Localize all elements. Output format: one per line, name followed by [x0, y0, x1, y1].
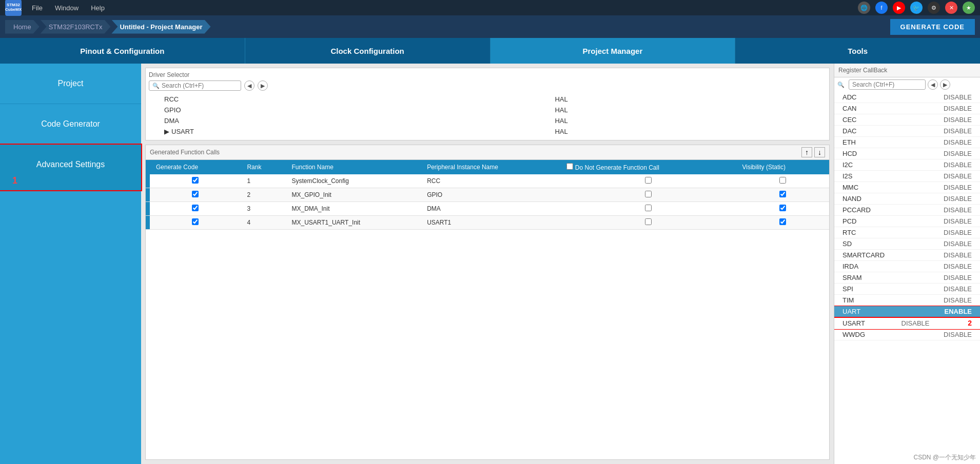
tab-pinout[interactable]: Pinout & Configuration	[0, 38, 245, 64]
rc-row[interactable]: UART ENABLE	[834, 306, 980, 317]
rc-row[interactable]: USART DISABLE2	[834, 317, 980, 329]
driver-nav-next[interactable]: ▶	[258, 80, 268, 91]
col-no-generate-checkbox[interactable]	[566, 163, 573, 170]
rc-row[interactable]: DAC DISABLE	[834, 126, 980, 137]
extra-icon[interactable]: ★	[963, 2, 975, 14]
rc-row[interactable]: WWDG DISABLE	[834, 329, 980, 340]
col-rank: Rank	[241, 160, 285, 174]
driver-search-input-wrap[interactable]: 🔍	[149, 80, 241, 91]
no-generate-cell[interactable]	[560, 216, 736, 230]
rc-row[interactable]: TIM DISABLE	[834, 295, 980, 306]
generate-checkbox[interactable]	[192, 205, 199, 211]
generate-code-cell[interactable]	[150, 174, 241, 188]
visibility-checkbox[interactable]	[779, 177, 786, 184]
rc-row[interactable]: MMC DISABLE	[834, 182, 980, 193]
generate-code-cell[interactable]	[150, 202, 241, 216]
col-function-name: Function Name	[285, 160, 421, 174]
breadcrumb-project[interactable]: Untitled - Project Manager	[111, 20, 210, 34]
rc-item-name: CEC	[842, 116, 856, 124]
generated-function-calls: Generated Function Calls ↑ ↓ Generate Co…	[145, 145, 830, 460]
menu-file[interactable]: File	[32, 4, 43, 12]
rc-row[interactable]: IRDA DISABLE	[834, 261, 980, 272]
twitter-icon[interactable]: 🐦	[910, 2, 923, 14]
rc-item-name: HCD	[842, 150, 857, 157]
generate-code-cell[interactable]	[150, 216, 241, 230]
func-row: 3 MX_DMA_Init DMA	[146, 202, 829, 216]
rc-row[interactable]: PCCARD DISABLE	[834, 205, 980, 216]
rc-item-name: TIM	[842, 296, 854, 304]
menu-window[interactable]: Window	[55, 4, 79, 12]
menu-help[interactable]: Help	[91, 4, 105, 12]
rc-item-name: MMC	[842, 184, 858, 191]
rc-row[interactable]: RTC DISABLE	[834, 227, 980, 238]
rc-row[interactable]: ETH DISABLE	[834, 137, 980, 148]
generate-checkbox[interactable]	[192, 177, 199, 184]
driver-selector: Driver Selector 🔍 ◀ ▶ RCC HAL GPIO HAL	[145, 68, 830, 140]
visibility-cell[interactable]	[736, 188, 829, 202]
rc-row[interactable]: I2C DISABLE	[834, 159, 980, 171]
rc-row[interactable]: SRAM DISABLE	[834, 272, 980, 284]
rc-row[interactable]: SPI DISABLE	[834, 284, 980, 295]
driver-row: GPIO HAL	[149, 105, 826, 115]
col-accent	[146, 160, 150, 174]
rc-row[interactable]: SD DISABLE	[834, 238, 980, 250]
no-generate-checkbox[interactable]	[645, 177, 652, 184]
rc-row[interactable]: NAND DISABLE	[834, 193, 980, 205]
sidebar-item-project[interactable]: Project	[0, 64, 141, 104]
rc-row[interactable]: I2S DISABLE	[834, 171, 980, 182]
no-generate-checkbox[interactable]	[645, 205, 652, 211]
youtube-icon[interactable]: ▶	[893, 2, 905, 14]
rc-search-input[interactable]	[849, 79, 926, 90]
peripheral-cell: RCC	[421, 174, 560, 188]
visibility-checkbox[interactable]	[779, 205, 786, 211]
rc-row[interactable]: CAN DISABLE	[834, 103, 980, 114]
driver-nav-prev[interactable]: ◀	[244, 80, 254, 91]
driver-name: GPIO	[149, 105, 544, 115]
rc-row[interactable]: CEC DISABLE	[834, 114, 980, 126]
generate-code-button[interactable]: GENERATE CODE	[890, 19, 975, 35]
no-generate-cell[interactable]	[560, 188, 736, 202]
rc-item-name: USART	[842, 319, 865, 327]
rc-table: ADC DISABLE CAN DISABLE CEC DISABLE DAC …	[834, 92, 980, 451]
sidebar-item-code-generator[interactable]: Code Generator	[0, 104, 141, 145]
no-generate-cell[interactable]	[560, 174, 736, 188]
rc-row[interactable]: ADC DISABLE	[834, 92, 980, 103]
rc-nav-prev[interactable]: ◀	[928, 79, 938, 90]
rc-item-status: DISABLE	[944, 331, 972, 338]
generate-checkbox[interactable]	[192, 191, 199, 197]
expand-icon[interactable]: ▶	[164, 128, 169, 135]
visibility-cell[interactable]	[736, 202, 829, 216]
sidebar-item-advanced-settings[interactable]: Advanced Settings	[0, 145, 141, 190]
row-accent	[146, 174, 150, 188]
rc-nav-next[interactable]: ▶	[940, 79, 950, 90]
visibility-checkbox[interactable]	[779, 218, 786, 225]
rc-row[interactable]: PCD DISABLE	[834, 216, 980, 227]
github-icon[interactable]: ⚙	[928, 2, 940, 14]
driver-type: HAL	[544, 115, 826, 126]
visibility-cell[interactable]	[736, 174, 829, 188]
generate-code-cell[interactable]	[150, 188, 241, 202]
move-up-button[interactable]: ↑	[801, 147, 812, 157]
menu-items: File Window Help	[32, 4, 105, 12]
tab-clock[interactable]: Clock Configuration	[245, 38, 491, 64]
no-generate-checkbox[interactable]	[645, 218, 652, 225]
move-down-button[interactable]: ↓	[814, 147, 825, 157]
tab-tools[interactable]: Tools	[735, 38, 980, 64]
driver-type: HAL	[544, 126, 826, 137]
facebook-icon[interactable]: f	[875, 2, 888, 14]
visibility-checkbox[interactable]	[779, 191, 786, 197]
visibility-cell[interactable]	[736, 216, 829, 230]
driver-search-input[interactable]	[162, 82, 238, 89]
globe-icon[interactable]: 🌐	[858, 2, 870, 14]
rc-item-status: DISABLE	[944, 150, 972, 157]
rc-item-name: I2S	[842, 172, 853, 180]
breadcrumb-home[interactable]: Home	[5, 20, 40, 34]
tab-project-manager[interactable]: Project Manager	[491, 38, 736, 64]
x-icon[interactable]: ✕	[945, 2, 957, 14]
breadcrumb-device[interactable]: STM32F103RCTx	[41, 20, 111, 34]
no-generate-cell[interactable]	[560, 202, 736, 216]
generate-checkbox[interactable]	[192, 218, 199, 225]
rc-row[interactable]: SMARTCARD DISABLE	[834, 250, 980, 261]
no-generate-checkbox[interactable]	[645, 191, 652, 197]
rc-row[interactable]: HCD DISABLE	[834, 148, 980, 159]
